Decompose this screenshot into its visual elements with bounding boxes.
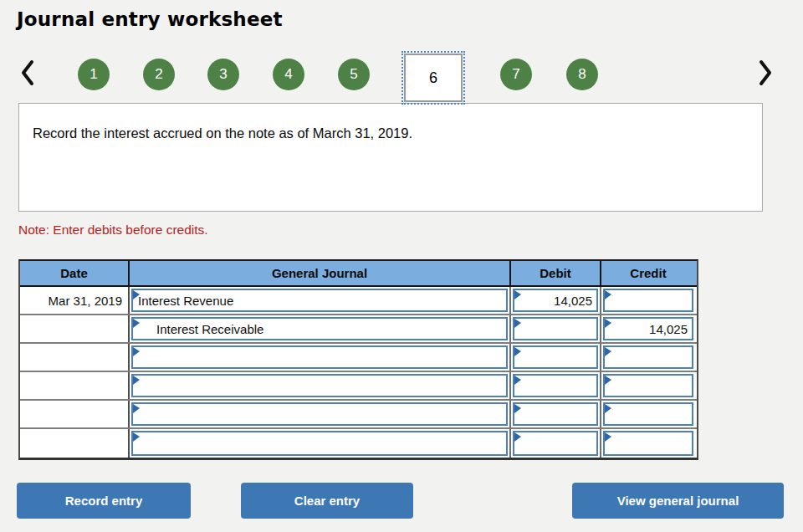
debit-input[interactable] [513, 317, 598, 340]
cell-marker-icon [514, 347, 521, 356]
prompt-panel: Record the interest accrued on the note … [18, 103, 763, 212]
page-title: Journal entry worksheet [17, 8, 283, 30]
debit-cell [511, 401, 601, 427]
cell-marker-icon [514, 432, 521, 442]
debit-cell [511, 315, 601, 342]
credit-input[interactable] [603, 289, 693, 312]
date-cell [20, 429, 130, 458]
record-entry-button[interactable]: Record entry [17, 483, 191, 519]
step-3[interactable]: 3 [207, 59, 239, 90]
header-debit: Debit [511, 261, 601, 285]
credit-input[interactable] [603, 402, 693, 426]
account-input[interactable] [131, 402, 508, 426]
credit-cell [601, 372, 695, 399]
account-cell [130, 429, 511, 458]
cell-marker-icon [133, 319, 140, 328]
credit-cell [601, 344, 695, 371]
journal-table: Date General Journal Debit Credit Mar 31… [18, 259, 698, 460]
step-4[interactable]: 4 [273, 59, 304, 90]
cell-marker-icon [605, 432, 611, 442]
debit-input[interactable] [513, 345, 598, 369]
note-text: Note: Enter debits before credits. [18, 223, 208, 238]
debit-input[interactable]: 14,025 [513, 289, 598, 312]
account-value: Interest Receivable [156, 322, 263, 336]
prompt-text: Record the interest accrued on the note … [33, 125, 749, 141]
credit-input[interactable] [603, 345, 693, 369]
date-cell [20, 344, 130, 371]
cell-marker-icon [133, 404, 140, 413]
cell-marker-icon [514, 376, 521, 385]
credit-cell [601, 429, 695, 458]
debit-input[interactable] [513, 431, 598, 456]
chevron-right-icon [757, 59, 774, 89]
chevron-left-icon [19, 59, 36, 89]
journal-table-body: Mar 31, 2019 Interest Revenue 14,025 [20, 287, 697, 458]
header-credit: Credit [601, 261, 695, 285]
account-cell [130, 344, 511, 371]
cell-marker-icon [133, 290, 140, 299]
date-cell [20, 401, 130, 427]
cell-marker-icon [605, 319, 611, 328]
table-row: Interest Receivable 14,025 [20, 315, 697, 344]
credit-input[interactable]: 14,025 [603, 317, 693, 340]
journal-table-header: Date General Journal Debit Credit [20, 261, 697, 287]
table-row [20, 429, 697, 458]
account-cell: Interest Receivable [130, 315, 511, 342]
clear-entry-button[interactable]: Clear entry [241, 483, 413, 519]
step-7[interactable]: 7 [500, 59, 532, 90]
credit-cell [601, 401, 695, 427]
cell-marker-icon [605, 404, 611, 413]
debit-input[interactable] [513, 374, 598, 397]
debit-cell [511, 372, 601, 399]
cell-marker-icon [514, 319, 521, 328]
cell-marker-icon [133, 432, 140, 442]
cell-marker-icon [133, 347, 140, 356]
header-general-journal: General Journal [130, 261, 511, 285]
table-row: Mar 31, 2019 Interest Revenue 14,025 [20, 287, 697, 315]
step-6-current[interactable]: 6 [404, 54, 463, 102]
account-input[interactable]: Interest Receivable [131, 317, 508, 340]
step-2[interactable]: 2 [143, 59, 175, 90]
account-value: Interest Revenue [138, 294, 233, 308]
cell-marker-icon [605, 290, 611, 299]
header-date: Date [20, 261, 130, 285]
date-cell [20, 372, 130, 399]
cell-marker-icon [514, 290, 521, 299]
table-row [20, 401, 697, 429]
table-row [20, 344, 697, 372]
credit-input[interactable] [603, 431, 693, 456]
cell-marker-icon [133, 376, 140, 385]
debit-cell: 14,025 [511, 287, 601, 314]
credit-value: 14,025 [649, 322, 688, 336]
account-cell [130, 372, 511, 399]
step-5[interactable]: 5 [338, 59, 370, 90]
account-input[interactable] [131, 345, 508, 369]
debit-value: 14,025 [554, 294, 592, 308]
cell-marker-icon [514, 404, 521, 413]
step-1[interactable]: 1 [78, 59, 110, 90]
account-input[interactable]: Interest Revenue [131, 289, 508, 312]
account-cell [130, 401, 511, 427]
date-value: Mar 31, 2019 [49, 294, 122, 308]
credit-input[interactable] [603, 374, 693, 397]
table-row [20, 372, 697, 401]
credit-cell [601, 287, 695, 314]
credit-cell: 14,025 [601, 315, 695, 342]
cell-marker-icon [605, 376, 611, 385]
account-input[interactable] [131, 374, 508, 397]
step-8[interactable]: 8 [566, 59, 598, 90]
date-cell [20, 315, 130, 342]
account-input[interactable] [131, 431, 508, 456]
prev-step-button[interactable] [15, 59, 40, 89]
next-step-button[interactable] [753, 59, 778, 89]
view-general-journal-button[interactable]: View general journal [572, 483, 784, 519]
cell-marker-icon [605, 347, 611, 356]
debit-cell [511, 344, 601, 371]
debit-input[interactable] [513, 402, 598, 426]
account-cell: Interest Revenue [130, 287, 511, 314]
debit-cell [511, 429, 601, 458]
date-cell: Mar 31, 2019 [20, 287, 130, 314]
